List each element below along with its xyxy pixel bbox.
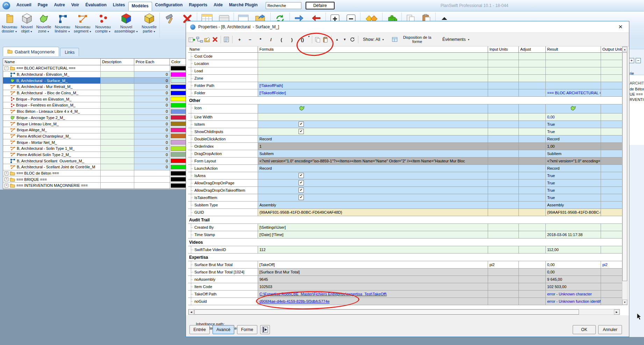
close-icon[interactable]: ✕ bbox=[616, 24, 625, 30]
price-each-cell[interactable]: 0 bbox=[134, 133, 170, 140]
property-formula-cell[interactable]: <?xml version="1.0" encoding="iso-8859-1… bbox=[258, 157, 488, 165]
scroll-down-icon[interactable]: ▼ bbox=[622, 300, 627, 305]
property-adjust-cell[interactable] bbox=[519, 60, 546, 67]
property-row[interactable]: AllowDragDropOnTakeoffItem ✔ True bbox=[188, 187, 622, 194]
tree-row[interactable]: B, Architectural - Bloc de Coins_M_ 0 bbox=[3, 90, 186, 96]
property-output-units-cell[interactable] bbox=[601, 187, 622, 194]
tree-row[interactable]: B, Architectural - Surface_M_ 0 bbox=[3, 78, 186, 84]
ribbon-button[interactable]: Nouveaudossier▼ bbox=[0, 11, 19, 34]
tree-row[interactable]: Brique Linteau Libre_M_ 0 bbox=[3, 121, 186, 127]
property-output-units-cell[interactable] bbox=[601, 231, 622, 238]
color-cell[interactable] bbox=[170, 109, 186, 115]
description-cell[interactable] bbox=[101, 152, 134, 158]
property-output-units-cell[interactable] bbox=[601, 60, 622, 67]
property-formula-cell[interactable]: ✔ bbox=[258, 194, 488, 201]
tree-name-cell[interactable]: Bloc Béton - Linteaux Libre 4 x 4_M_ bbox=[3, 109, 101, 115]
property-formula-cell[interactable]: Assembly bbox=[258, 201, 488, 209]
property-row[interactable]: Subitem Type Assembly Assembly bbox=[188, 201, 622, 209]
tree-name-cell[interactable]: + === BRIQUE === bbox=[3, 176, 101, 183]
color-cell[interactable] bbox=[170, 96, 186, 102]
property-output-units-cell[interactable] bbox=[601, 75, 622, 82]
color-cell[interactable] bbox=[170, 78, 186, 84]
property-row[interactable]: Item Code 102503 102 503,00 bbox=[188, 283, 622, 291]
grid-column-header-adjust[interactable]: Adjust bbox=[519, 46, 546, 53]
property-row[interactable]: ShowChildInputs ✔ True bbox=[188, 128, 622, 135]
property-formula-cell[interactable]: [!Date] [!Time] bbox=[258, 231, 488, 238]
tree-row[interactable]: B, Architectural - Mur Retrait_M_ 0 bbox=[3, 84, 186, 90]
color-cell[interactable] bbox=[170, 121, 186, 127]
tree-name-cell[interactable]: Brique - Fenêtres en Élévation_M_ bbox=[3, 102, 101, 109]
menu-item-march-plugin[interactable]: Marché Plugin bbox=[226, 1, 261, 11]
property-input-units-cell[interactable] bbox=[488, 60, 519, 67]
property-formula-cell[interactable]: ✔ bbox=[258, 121, 488, 128]
property-row[interactable]: Zone bbox=[188, 75, 622, 82]
property-adjust-cell[interactable] bbox=[519, 179, 546, 187]
property-formula-cell[interactable] bbox=[258, 53, 488, 60]
price-each-cell[interactable]: 0 bbox=[134, 139, 170, 146]
property-formula-cell[interactable]: ✔ bbox=[258, 179, 488, 187]
tree-row[interactable]: + === BRIQUE === bbox=[3, 176, 186, 183]
property-input-units-cell[interactable] bbox=[488, 209, 519, 216]
property-output-units-cell[interactable] bbox=[601, 104, 622, 113]
property-input-units-cell[interactable] bbox=[488, 53, 519, 60]
property-adjust-cell[interactable] bbox=[519, 209, 546, 216]
property-formula-cell[interactable] bbox=[258, 104, 488, 113]
color-cell[interactable] bbox=[170, 102, 186, 109]
price-each-cell[interactable]: 0 bbox=[134, 146, 170, 152]
property-input-units-cell[interactable] bbox=[488, 104, 519, 113]
view-button-forme[interactable]: Forme bbox=[237, 325, 257, 334]
property-output-units-cell[interactable] bbox=[601, 128, 622, 135]
property-formula-cell[interactable]: C:\Expertisa Root\CBE_Master\Fichiers En… bbox=[258, 291, 488, 298]
property-formula-cell[interactable]: [Surface Brut Mur Total] bbox=[258, 269, 488, 276]
description-cell[interactable] bbox=[101, 78, 134, 84]
paste-icon[interactable] bbox=[322, 35, 329, 44]
property-formula-cell[interactable]: SubItem bbox=[258, 150, 488, 157]
property-formula-cell[interactable]: d906f4ae-d4eb-4159-828b-5f3dbfc5774e bbox=[258, 298, 488, 305]
ribbon-button[interactable]: Nouvellezone▼ bbox=[35, 11, 53, 34]
property-formula-cell[interactable] bbox=[258, 113, 488, 121]
description-cell[interactable] bbox=[101, 84, 134, 90]
property-output-units-cell[interactable] bbox=[601, 291, 622, 298]
operator-button[interactable]: ) bbox=[287, 35, 297, 44]
description-cell[interactable] bbox=[101, 121, 134, 127]
tree-name-cell[interactable]: − === BLOC ARCHITECTURAL === bbox=[3, 65, 101, 72]
property-row[interactable]: Time Stamp [!Date] [!Time] 2018-03-06 11… bbox=[188, 231, 622, 238]
tree-name-cell[interactable]: Brique - Mortar Net_M_ bbox=[3, 139, 101, 146]
vertical-scrollbar[interactable]: ▲ ▼ bbox=[622, 46, 628, 305]
property-formula-cell[interactable]: 9645 bbox=[258, 276, 488, 283]
color-cell[interactable] bbox=[170, 72, 186, 78]
checkbox-checked-icon[interactable]: ✔ bbox=[299, 173, 304, 178]
property-adjust-cell[interactable] bbox=[519, 246, 546, 254]
property-output-units-cell[interactable] bbox=[601, 298, 622, 305]
property-formula-cell[interactable]: Record bbox=[258, 135, 488, 143]
property-formula-cell[interactable]: [TakeOff] bbox=[258, 261, 488, 269]
menu-item--valuation[interactable]: Évaluation bbox=[82, 1, 110, 11]
price-each-cell[interactable]: 0 bbox=[134, 152, 170, 158]
property-input-units-cell[interactable] bbox=[488, 194, 519, 201]
tree-name-cell[interactable]: B, Architectural - Élévation_M_ bbox=[3, 72, 101, 78]
tree-row[interactable]: Brique - Ancrage Type 2_M_ 0 bbox=[3, 115, 186, 121]
ribbon-button[interactable]: Nouvelobjet▼ bbox=[19, 11, 34, 34]
color-cell[interactable] bbox=[170, 176, 186, 183]
move-up-icon[interactable]: ▲ bbox=[334, 35, 341, 44]
tab-links[interactable]: Links bbox=[60, 48, 79, 56]
price-each-cell[interactable]: 0 bbox=[134, 158, 170, 164]
price-each-cell[interactable]: 0 bbox=[134, 72, 170, 78]
property-formula-cell[interactable]: {99AAF931-956B-41FD-B0BC-FD649C4AF48D} bbox=[258, 209, 488, 216]
expand-toggle[interactable]: + bbox=[5, 171, 8, 175]
property-row[interactable]: OrderIndex 1 1,00 bbox=[188, 143, 622, 150]
description-cell[interactable] bbox=[101, 109, 134, 115]
property-adjust-cell[interactable] bbox=[519, 165, 546, 172]
property-row[interactable]: IsArea ✔ True bbox=[188, 172, 622, 179]
property-output-units-cell[interactable] bbox=[601, 53, 622, 60]
ribbon-button[interactable]: Nouvelassemblage▼ bbox=[113, 11, 140, 34]
property-input-units-cell[interactable] bbox=[488, 283, 519, 291]
tree-row[interactable]: − === BLOC ARCHITECTURAL === bbox=[3, 65, 186, 72]
price-each-cell[interactable]: 0 bbox=[134, 90, 170, 96]
tree-row[interactable]: Pierre Artificiel Chantepleur_M_ 0 bbox=[3, 133, 186, 140]
checkbox-checked-icon[interactable]: ✔ bbox=[299, 122, 304, 127]
show-filter-dropdown[interactable]: Show: All ▼ bbox=[360, 37, 387, 42]
tree-row[interactable]: Brique - Portes en Élévation_M_ 0 bbox=[3, 96, 186, 102]
expand-toggle[interactable]: + bbox=[5, 184, 8, 188]
tree-name-cell[interactable]: Brique - Portes en Élévation_M_ bbox=[3, 96, 101, 102]
